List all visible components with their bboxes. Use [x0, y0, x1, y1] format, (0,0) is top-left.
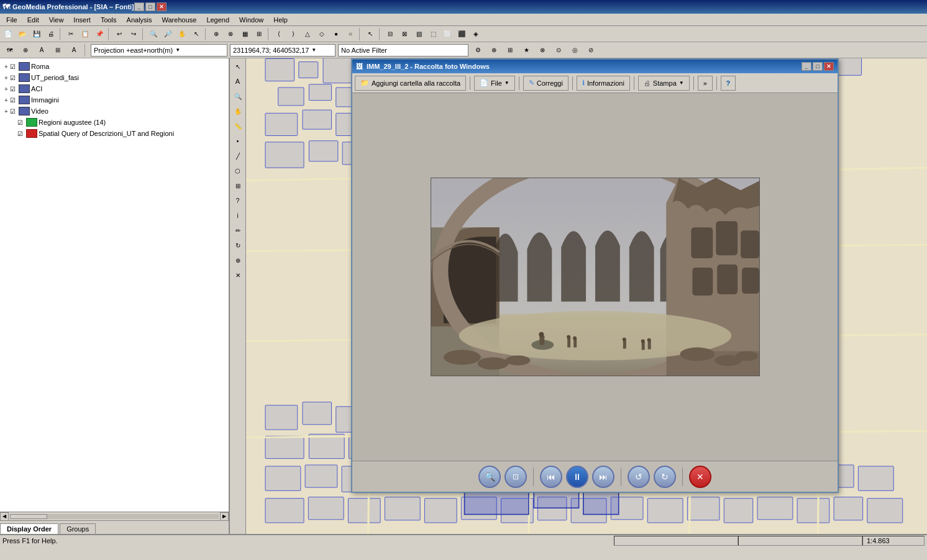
side-move[interactable]: ⊕: [231, 253, 245, 267]
select-arrow[interactable]: ↖: [363, 27, 377, 41]
info-button[interactable]: ℹ Informazioni: [577, 76, 630, 91]
tree-item-aci[interactable]: + ☑ ACI: [2, 83, 226, 94]
side-draw-line[interactable]: ╱: [231, 149, 245, 163]
scroll-left-button[interactable]: ◀: [0, 512, 9, 521]
menu-window[interactable]: Window: [234, 15, 268, 25]
tb-a3[interactable]: ▧: [412, 27, 426, 41]
print-button[interactable]: 🖨: [44, 27, 58, 41]
expand-icon[interactable]: +: [2, 107, 10, 115]
side-measure-tool[interactable]: 📏: [231, 119, 245, 133]
tb2-btn1[interactable]: 🗺: [2, 43, 16, 57]
checkbox-icon[interactable]: ☑: [10, 108, 17, 115]
side-zoom-tool[interactable]: 🔍: [231, 89, 245, 103]
expand-icon[interactable]: +: [2, 96, 10, 104]
correct-button[interactable]: ✎ Correggi: [523, 76, 569, 91]
side-id[interactable]: i: [231, 209, 245, 222]
help-photo-button[interactable]: ?: [721, 76, 736, 91]
menu-help[interactable]: Help: [268, 15, 293, 25]
select-button[interactable]: ↖: [190, 27, 203, 41]
menu-analysis[interactable]: Analysis: [122, 15, 157, 25]
tree-item-roma[interactable]: + ☑ Roma: [2, 61, 226, 72]
menu-insert[interactable]: Insert: [68, 15, 96, 25]
cut-button[interactable]: ✂: [64, 27, 78, 41]
tb-a2[interactable]: ⊠: [398, 27, 411, 41]
side-select-region[interactable]: ⊞: [231, 179, 245, 192]
redo-button[interactable]: ↪: [127, 27, 140, 41]
menu-warehouse[interactable]: Warehouse: [157, 15, 202, 25]
tb-a6[interactable]: ⬛: [455, 27, 468, 41]
checkbox-icon[interactable]: ☑: [17, 119, 25, 126]
tree-item-spatial-query[interactable]: ☑ Spatial Query of Descrizioni_UT and Re…: [10, 128, 226, 139]
menu-tools[interactable]: Tools: [96, 15, 122, 25]
photo-close-button[interactable]: ✕: [824, 62, 834, 71]
tab-display-order[interactable]: Display Order: [0, 523, 58, 534]
photo-next-button[interactable]: ⏭: [592, 466, 614, 488]
tb2-btn3[interactable]: A: [35, 43, 48, 57]
legend-scrollbar[interactable]: ◀ ▶: [0, 512, 229, 520]
expand-icon[interactable]: +: [2, 74, 10, 81]
minimize-button[interactable]: _: [134, 2, 144, 11]
side-draw-point[interactable]: •: [231, 134, 245, 148]
tb-a1[interactable]: ⊟: [383, 27, 397, 41]
filter-btn[interactable]: ⚙: [471, 43, 485, 57]
menu-file[interactable]: File: [1, 15, 22, 25]
print-photo-button[interactable]: 🖨 Stampa ▼: [638, 76, 690, 91]
tree-item-video[interactable]: + ☑ Video: [2, 106, 226, 117]
photo-undo-button[interactable]: ↺: [628, 466, 650, 488]
photo-title-bar[interactable]: 🖼 IMM_29_III_2 - Raccolta foto Windows _…: [352, 60, 838, 73]
filter-btn4[interactable]: ★: [519, 43, 533, 57]
pan-button[interactable]: ✋: [175, 27, 189, 41]
filter-btn6[interactable]: ⊙: [552, 43, 565, 57]
projection-dropdown[interactable]: Projection +east+north(m) ▼: [91, 44, 227, 56]
new-button[interactable]: 📄: [1, 27, 15, 41]
menu-edit[interactable]: Edit: [22, 15, 44, 25]
scroll-right-button[interactable]: ▶: [220, 512, 229, 521]
scroll-thumb[interactable]: [10, 514, 47, 519]
close-button[interactable]: ✕: [157, 2, 167, 11]
side-rotate[interactable]: ↻: [231, 238, 245, 252]
photo-maximize-button[interactable]: □: [813, 62, 823, 71]
checkbox-icon[interactable]: ☑: [10, 75, 17, 81]
photo-prev-button[interactable]: ⏮: [540, 466, 562, 488]
tb-btn-6[interactable]: ⟩: [286, 27, 300, 41]
photo-image[interactable]: [431, 178, 760, 376]
save-button[interactable]: 💾: [30, 27, 43, 41]
copy-button[interactable]: 📋: [78, 27, 92, 41]
tb-btn-5[interactable]: ⟨: [272, 27, 286, 41]
tb-btn-9[interactable]: ●: [329, 27, 343, 41]
photo-minimize-button[interactable]: _: [801, 62, 811, 71]
photo-zoom-button[interactable]: 🔍: [478, 466, 501, 488]
open-button[interactable]: 📂: [16, 27, 29, 41]
menu-legend[interactable]: Legend: [201, 15, 234, 25]
maximize-button[interactable]: □: [145, 2, 155, 11]
zoom-out-button[interactable]: 🔎: [161, 27, 175, 41]
filter-btn8[interactable]: ⊘: [584, 43, 598, 57]
side-pan-tool[interactable]: ✋: [231, 104, 245, 118]
filter-btn2[interactable]: ⊕: [487, 43, 501, 57]
add-folder-button[interactable]: 📁 Aggiungi cartella alla raccolta: [355, 76, 466, 91]
checkbox-icon[interactable]: ☑: [10, 86, 17, 93]
tb-a5[interactable]: ⬜: [441, 27, 454, 41]
side-query[interactable]: ?: [231, 194, 245, 207]
checkbox-icon[interactable]: ☑: [10, 97, 17, 104]
map-area[interactable]: ↖ A 🔍 ✋ 📏 • ╱ ⬡ ⊞ ? i ✏ ↻ ⊕ ✕: [230, 58, 927, 534]
tb2-btn2[interactable]: ⊕: [19, 43, 32, 57]
checkbox-icon[interactable]: ☑: [10, 63, 17, 70]
filter-btn5[interactable]: ⊗: [536, 43, 549, 57]
tb2-btn4[interactable]: ⊞: [51, 43, 65, 57]
side-select-tool[interactable]: ↖: [231, 60, 245, 73]
paste-button[interactable]: 📌: [93, 27, 106, 41]
tb-btn-10[interactable]: ○: [344, 27, 357, 41]
photo-frame-button[interactable]: ⊡: [505, 466, 527, 488]
tb-btn-2[interactable]: ⊗: [224, 27, 237, 41]
tree-item-immagini[interactable]: + ☑ Immagini: [2, 94, 226, 106]
expand-icon[interactable]: +: [2, 85, 10, 93]
file-button[interactable]: 📄 File ▼: [474, 76, 515, 91]
tb-btn-3[interactable]: ▦: [238, 27, 252, 41]
zoom-in-button[interactable]: 🔍: [147, 27, 160, 41]
side-x-tool[interactable]: ✕: [231, 268, 245, 282]
tb-a4[interactable]: ⬚: [426, 27, 440, 41]
tb-btn-7[interactable]: △: [301, 27, 314, 41]
filter-btn7[interactable]: ◎: [568, 43, 582, 57]
side-draw-poly[interactable]: ⬡: [231, 164, 245, 178]
